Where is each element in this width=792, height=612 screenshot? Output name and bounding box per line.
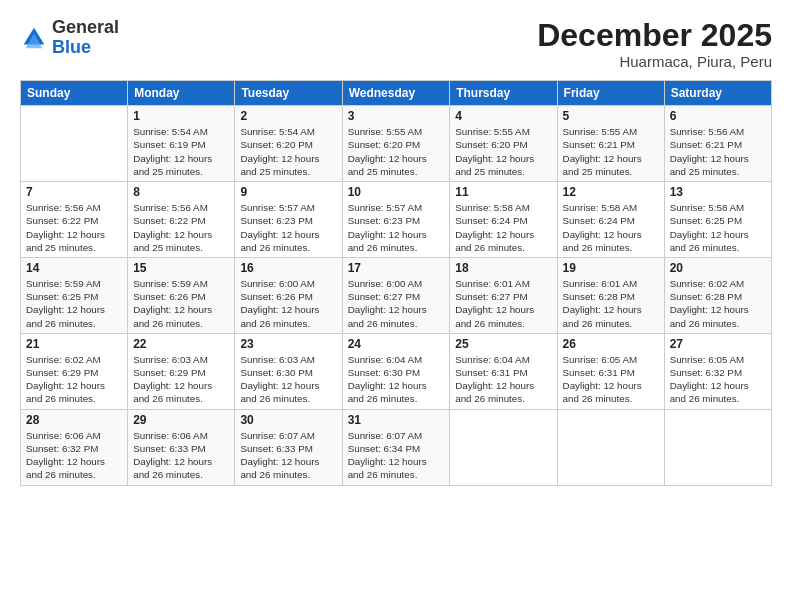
calendar-cell-w1-d7: 6Sunrise: 5:56 AM Sunset: 6:21 PM Daylig… [664, 106, 771, 182]
day-number: 5 [563, 109, 659, 123]
day-number: 8 [133, 185, 229, 199]
day-info: Sunrise: 6:01 AM Sunset: 6:27 PM Dayligh… [455, 277, 551, 330]
week-row-5: 28Sunrise: 6:06 AM Sunset: 6:32 PM Dayli… [21, 409, 772, 485]
day-info: Sunrise: 5:57 AM Sunset: 6:23 PM Dayligh… [240, 201, 336, 254]
calendar-cell-w2-d4: 10Sunrise: 5:57 AM Sunset: 6:23 PM Dayli… [342, 182, 450, 258]
day-number: 23 [240, 337, 336, 351]
week-row-4: 21Sunrise: 6:02 AM Sunset: 6:29 PM Dayli… [21, 333, 772, 409]
day-number: 13 [670, 185, 766, 199]
day-info: Sunrise: 6:06 AM Sunset: 6:33 PM Dayligh… [133, 429, 229, 482]
page: General Blue December 2025 Huarmaca, Piu… [0, 0, 792, 612]
calendar-cell-w4-d5: 25Sunrise: 6:04 AM Sunset: 6:31 PM Dayli… [450, 333, 557, 409]
day-info: Sunrise: 6:02 AM Sunset: 6:29 PM Dayligh… [26, 353, 122, 406]
calendar-cell-w1-d1 [21, 106, 128, 182]
calendar-cell-w4-d6: 26Sunrise: 6:05 AM Sunset: 6:31 PM Dayli… [557, 333, 664, 409]
day-info: Sunrise: 6:04 AM Sunset: 6:30 PM Dayligh… [348, 353, 445, 406]
day-info: Sunrise: 5:54 AM Sunset: 6:19 PM Dayligh… [133, 125, 229, 178]
calendar-cell-w4-d2: 22Sunrise: 6:03 AM Sunset: 6:29 PM Dayli… [128, 333, 235, 409]
col-sunday: Sunday [21, 81, 128, 106]
day-number: 31 [348, 413, 445, 427]
calendar-cell-w3-d2: 15Sunrise: 5:59 AM Sunset: 6:26 PM Dayli… [128, 257, 235, 333]
day-info: Sunrise: 6:05 AM Sunset: 6:31 PM Dayligh… [563, 353, 659, 406]
day-info: Sunrise: 6:07 AM Sunset: 6:34 PM Dayligh… [348, 429, 445, 482]
day-info: Sunrise: 5:58 AM Sunset: 6:24 PM Dayligh… [455, 201, 551, 254]
calendar-cell-w2-d1: 7Sunrise: 5:56 AM Sunset: 6:22 PM Daylig… [21, 182, 128, 258]
calendar-cell-w1-d3: 2Sunrise: 5:54 AM Sunset: 6:20 PM Daylig… [235, 106, 342, 182]
col-wednesday: Wednesday [342, 81, 450, 106]
calendar-cell-w5-d3: 30Sunrise: 6:07 AM Sunset: 6:33 PM Dayli… [235, 409, 342, 485]
day-number: 19 [563, 261, 659, 275]
logo-general: General [52, 18, 119, 38]
day-info: Sunrise: 6:01 AM Sunset: 6:28 PM Dayligh… [563, 277, 659, 330]
week-row-2: 7Sunrise: 5:56 AM Sunset: 6:22 PM Daylig… [21, 182, 772, 258]
day-number: 27 [670, 337, 766, 351]
day-info: Sunrise: 5:56 AM Sunset: 6:22 PM Dayligh… [26, 201, 122, 254]
day-number: 20 [670, 261, 766, 275]
day-info: Sunrise: 6:07 AM Sunset: 6:33 PM Dayligh… [240, 429, 336, 482]
month-title: December 2025 [537, 18, 772, 53]
day-number: 29 [133, 413, 229, 427]
day-number: 18 [455, 261, 551, 275]
calendar-cell-w5-d7 [664, 409, 771, 485]
col-tuesday: Tuesday [235, 81, 342, 106]
calendar-cell-w2-d6: 12Sunrise: 5:58 AM Sunset: 6:24 PM Dayli… [557, 182, 664, 258]
calendar-cell-w2-d7: 13Sunrise: 5:58 AM Sunset: 6:25 PM Dayli… [664, 182, 771, 258]
day-number: 17 [348, 261, 445, 275]
week-row-1: 1Sunrise: 5:54 AM Sunset: 6:19 PM Daylig… [21, 106, 772, 182]
day-number: 4 [455, 109, 551, 123]
day-info: Sunrise: 6:03 AM Sunset: 6:30 PM Dayligh… [240, 353, 336, 406]
day-number: 6 [670, 109, 766, 123]
day-number: 2 [240, 109, 336, 123]
day-info: Sunrise: 5:54 AM Sunset: 6:20 PM Dayligh… [240, 125, 336, 178]
calendar-cell-w3-d6: 19Sunrise: 6:01 AM Sunset: 6:28 PM Dayli… [557, 257, 664, 333]
calendar-cell-w5-d2: 29Sunrise: 6:06 AM Sunset: 6:33 PM Dayli… [128, 409, 235, 485]
day-number: 1 [133, 109, 229, 123]
calendar-cell-w3-d4: 17Sunrise: 6:00 AM Sunset: 6:27 PM Dayli… [342, 257, 450, 333]
calendar-header-row: Sunday Monday Tuesday Wednesday Thursday… [21, 81, 772, 106]
col-monday: Monday [128, 81, 235, 106]
header: General Blue December 2025 Huarmaca, Piu… [20, 18, 772, 70]
day-info: Sunrise: 5:55 AM Sunset: 6:21 PM Dayligh… [563, 125, 659, 178]
calendar-cell-w1-d4: 3Sunrise: 5:55 AM Sunset: 6:20 PM Daylig… [342, 106, 450, 182]
day-info: Sunrise: 5:59 AM Sunset: 6:26 PM Dayligh… [133, 277, 229, 330]
day-number: 15 [133, 261, 229, 275]
day-number: 3 [348, 109, 445, 123]
calendar-cell-w3-d1: 14Sunrise: 5:59 AM Sunset: 6:25 PM Dayli… [21, 257, 128, 333]
calendar-cell-w5-d4: 31Sunrise: 6:07 AM Sunset: 6:34 PM Dayli… [342, 409, 450, 485]
calendar: Sunday Monday Tuesday Wednesday Thursday… [20, 80, 772, 485]
day-number: 22 [133, 337, 229, 351]
day-number: 21 [26, 337, 122, 351]
calendar-cell-w3-d3: 16Sunrise: 6:00 AM Sunset: 6:26 PM Dayli… [235, 257, 342, 333]
calendar-cell-w2-d2: 8Sunrise: 5:56 AM Sunset: 6:22 PM Daylig… [128, 182, 235, 258]
col-thursday: Thursday [450, 81, 557, 106]
day-info: Sunrise: 6:06 AM Sunset: 6:32 PM Dayligh… [26, 429, 122, 482]
calendar-cell-w5-d5 [450, 409, 557, 485]
day-number: 30 [240, 413, 336, 427]
day-info: Sunrise: 5:56 AM Sunset: 6:22 PM Dayligh… [133, 201, 229, 254]
day-info: Sunrise: 5:58 AM Sunset: 6:24 PM Dayligh… [563, 201, 659, 254]
day-number: 24 [348, 337, 445, 351]
day-number: 10 [348, 185, 445, 199]
day-info: Sunrise: 6:00 AM Sunset: 6:26 PM Dayligh… [240, 277, 336, 330]
calendar-cell-w3-d5: 18Sunrise: 6:01 AM Sunset: 6:27 PM Dayli… [450, 257, 557, 333]
calendar-cell-w2-d5: 11Sunrise: 5:58 AM Sunset: 6:24 PM Dayli… [450, 182, 557, 258]
day-number: 16 [240, 261, 336, 275]
day-info: Sunrise: 6:02 AM Sunset: 6:28 PM Dayligh… [670, 277, 766, 330]
col-friday: Friday [557, 81, 664, 106]
day-number: 11 [455, 185, 551, 199]
calendar-cell-w5-d6 [557, 409, 664, 485]
day-number: 28 [26, 413, 122, 427]
calendar-cell-w5-d1: 28Sunrise: 6:06 AM Sunset: 6:32 PM Dayli… [21, 409, 128, 485]
calendar-cell-w3-d7: 20Sunrise: 6:02 AM Sunset: 6:28 PM Dayli… [664, 257, 771, 333]
calendar-cell-w4-d7: 27Sunrise: 6:05 AM Sunset: 6:32 PM Dayli… [664, 333, 771, 409]
title-block: December 2025 Huarmaca, Piura, Peru [537, 18, 772, 70]
week-row-3: 14Sunrise: 5:59 AM Sunset: 6:25 PM Dayli… [21, 257, 772, 333]
day-number: 12 [563, 185, 659, 199]
logo-blue: Blue [52, 38, 119, 58]
calendar-cell-w4-d3: 23Sunrise: 6:03 AM Sunset: 6:30 PM Dayli… [235, 333, 342, 409]
day-number: 25 [455, 337, 551, 351]
day-info: Sunrise: 5:57 AM Sunset: 6:23 PM Dayligh… [348, 201, 445, 254]
day-info: Sunrise: 5:56 AM Sunset: 6:21 PM Dayligh… [670, 125, 766, 178]
day-info: Sunrise: 5:55 AM Sunset: 6:20 PM Dayligh… [455, 125, 551, 178]
day-info: Sunrise: 5:55 AM Sunset: 6:20 PM Dayligh… [348, 125, 445, 178]
